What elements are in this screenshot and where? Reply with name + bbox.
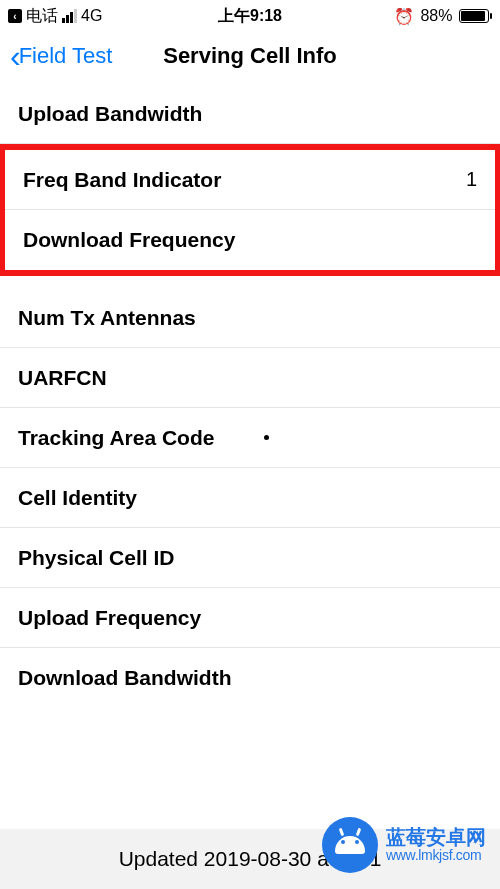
row-label: Download Frequency	[23, 228, 235, 252]
row-label: Physical Cell ID	[18, 546, 174, 570]
alarm-icon: ⏰	[394, 7, 414, 26]
row-label: Upload Frequency	[18, 606, 201, 630]
row-physical-cell-id[interactable]: Physical Cell ID	[0, 528, 500, 588]
watermark-title: 蓝莓安卓网	[386, 826, 486, 848]
row-label: Num Tx Antennas	[18, 306, 196, 330]
row-label: Freq Band Indicator	[23, 168, 221, 192]
blank-space	[0, 708, 500, 828]
watermark: 蓝莓安卓网 www.lmkjsf.com	[322, 817, 486, 873]
status-left: ‹ 电话 4G	[8, 6, 102, 27]
status-bar: ‹ 电话 4G 上午9:18 ⏰ 88%	[0, 0, 500, 28]
nav-bar: ‹ Field Test Serving Cell Info	[0, 28, 500, 84]
page-title: Serving Cell Info	[163, 43, 337, 69]
row-num-tx-antennas[interactable]: Num Tx Antennas	[0, 288, 500, 348]
watermark-text: 蓝莓安卓网 www.lmkjsf.com	[386, 826, 486, 863]
row-value: 1	[466, 168, 477, 191]
signal-icon	[62, 9, 77, 23]
back-label: Field Test	[19, 43, 113, 69]
status-right: ⏰ 88%	[394, 7, 492, 26]
watermark-url: www.lmkjsf.com	[386, 848, 486, 863]
row-uarfcn[interactable]: UARFCN	[0, 348, 500, 408]
highlight-annotation: Freq Band Indicator 1 Download Frequency	[0, 144, 500, 276]
settings-list: Upload Bandwidth Freq Band Indicator 1 D…	[0, 84, 500, 828]
app-badge-icon: ‹	[8, 9, 22, 23]
battery-percent-label: 88%	[420, 7, 452, 25]
row-download-frequency[interactable]: Download Frequency	[5, 210, 495, 270]
row-freq-band-indicator[interactable]: Freq Band Indicator 1	[5, 150, 495, 210]
clock-label: 上午9:18	[218, 6, 282, 27]
row-label: Cell Identity	[18, 486, 137, 510]
watermark-android-icon	[322, 817, 378, 873]
row-cell-identity[interactable]: Cell Identity	[0, 468, 500, 528]
network-type-label: 4G	[81, 7, 102, 25]
row-label: UARFCN	[18, 366, 107, 390]
row-label: Tracking Area Code	[18, 426, 214, 450]
row-label: Download Bandwidth	[18, 666, 231, 690]
dot-icon	[264, 435, 269, 440]
battery-icon	[459, 9, 493, 23]
back-button[interactable]: ‹ Field Test	[10, 40, 112, 72]
row-upload-frequency[interactable]: Upload Frequency	[0, 588, 500, 648]
row-label: Upload Bandwidth	[18, 102, 202, 126]
row-upload-bandwidth[interactable]: Upload Bandwidth	[0, 84, 500, 144]
carrier-label: 电话	[26, 6, 58, 27]
row-tracking-area-code[interactable]: Tracking Area Code	[0, 408, 500, 468]
row-download-bandwidth[interactable]: Download Bandwidth	[0, 648, 500, 708]
